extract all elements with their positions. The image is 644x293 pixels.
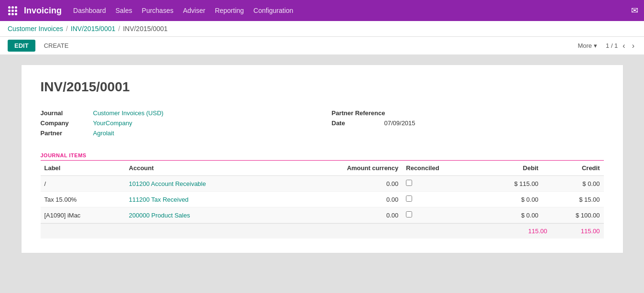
nav-links: Dashboard Sales Purchases Adviser Report…: [73, 7, 293, 14]
more-chevron-icon: ▾: [594, 42, 597, 49]
totals-row: 115.00 115.00: [41, 223, 604, 239]
breadcrumb-customer-invoices[interactable]: Customer Invoices: [8, 25, 63, 33]
invoice-title: INV/2015/0001: [41, 79, 604, 95]
col-credit: Credit: [542, 161, 603, 176]
more-label: More: [578, 42, 592, 49]
table-row: [A1090] iMac 200000 Product Sales 0.00 $…: [41, 207, 604, 223]
row-credit: $ 15.00: [542, 192, 603, 207]
journal-items-table: Label Account Amount currency Reconciled…: [41, 161, 604, 223]
nav-dashboard[interactable]: Dashboard: [73, 7, 106, 14]
nav-reporting[interactable]: Reporting: [215, 7, 244, 14]
nav-purchases[interactable]: Purchases: [142, 7, 174, 14]
table-row: Tax 15.00% 111200 Tax Received 0.00 $ 0.…: [41, 192, 604, 207]
row-amount-currency: 0.00: [288, 192, 402, 207]
nav-adviser[interactable]: Adviser: [183, 7, 206, 14]
breadcrumb-inv-link[interactable]: INV/2015/0001: [71, 25, 115, 33]
row-debit: $ 0.00: [481, 207, 542, 223]
journal-value[interactable]: Customer Invoices (USD): [93, 109, 164, 117]
more-button[interactable]: More ▾: [573, 40, 602, 52]
row-reconciled[interactable]: [402, 207, 480, 223]
row-amount-currency: 0.00: [288, 176, 402, 192]
partner-ref-label: Partner Reference: [332, 109, 385, 117]
journal-items-title: JOURNAL ITEMS: [41, 152, 604, 161]
row-account[interactable]: 111200 Tax Received: [125, 192, 288, 207]
field-partner-ref: Partner Reference: [332, 108, 604, 118]
company-value[interactable]: YourCompany: [93, 119, 132, 127]
nav-sales[interactable]: Sales: [116, 7, 132, 14]
total-credit: 115.00: [562, 228, 600, 235]
row-credit: $ 0.00: [542, 176, 603, 192]
nav-configuration[interactable]: Configuration: [253, 7, 293, 14]
field-date: Date 07/09/2015: [332, 118, 604, 128]
field-partner: Partner Agrolait: [41, 128, 313, 138]
partner-label: Partner: [41, 130, 88, 137]
total-debit: 115.00: [504, 228, 562, 235]
col-amount-currency: Amount currency: [288, 161, 402, 176]
company-label: Company: [41, 119, 88, 127]
row-reconciled[interactable]: [402, 176, 480, 192]
row-amount-currency: 0.00: [288, 207, 402, 223]
row-debit: $ 0.00: [481, 192, 542, 207]
partner-value[interactable]: Agrolait: [93, 130, 114, 137]
col-account: Account: [125, 161, 288, 176]
invoice-fields: Journal Customer Invoices (USD) Company …: [41, 108, 604, 138]
create-button[interactable]: CREATE: [39, 40, 74, 52]
col-label: Label: [41, 161, 125, 176]
date-value: 07/09/2015: [384, 119, 415, 127]
invoice-card: INV/2015/0001 Journal Customer Invoices …: [21, 65, 623, 253]
date-label: Date: [332, 119, 380, 127]
row-account[interactable]: 101200 Account Receivable: [125, 176, 288, 192]
breadcrumb-sep-1: /: [66, 25, 68, 33]
prev-page-button[interactable]: ‹: [621, 41, 627, 51]
table-header-row: Label Account Amount currency Reconciled…: [41, 161, 604, 176]
mail-icon[interactable]: ✉: [631, 5, 638, 16]
row-reconciled[interactable]: [402, 192, 480, 207]
breadcrumb-sep-2: /: [118, 25, 120, 33]
edit-button[interactable]: EDIT: [8, 40, 35, 52]
breadcrumb-bar: Customer Invoices / INV/2015/0001 / INV/…: [0, 21, 644, 37]
row-credit: $ 100.00: [542, 207, 603, 223]
pagination: 1 / 1 ‹ ›: [606, 41, 636, 51]
breadcrumb: Customer Invoices / INV/2015/0001 / INV/…: [8, 25, 636, 36]
breadcrumb-current: INV/2015/0001: [123, 25, 167, 33]
toolbar: EDIT CREATE More ▾ 1 / 1 ‹ ›: [0, 37, 644, 55]
col-debit: Debit: [481, 161, 542, 176]
top-nav: Invoicing Dashboard Sales Purchases Advi…: [0, 0, 644, 21]
row-label: Tax 15.00%: [41, 192, 125, 207]
journal-label: Journal: [41, 109, 88, 117]
field-company: Company YourCompany: [41, 118, 313, 128]
col-reconciled: Reconciled: [402, 161, 480, 176]
field-journal: Journal Customer Invoices (USD): [41, 108, 313, 118]
app-grid-icon[interactable]: [6, 4, 19, 17]
app-title: Invoicing: [24, 6, 62, 16]
main-background: INV/2015/0001 Journal Customer Invoices …: [0, 55, 644, 293]
row-label: [A1090] iMac: [41, 207, 125, 223]
table-row: / 101200 Account Receivable 0.00 $ 115.0…: [41, 176, 604, 192]
row-account[interactable]: 200000 Product Sales: [125, 207, 288, 223]
row-label: /: [41, 176, 125, 192]
row-debit: $ 115.00: [481, 176, 542, 192]
next-page-button[interactable]: ›: [630, 41, 636, 51]
page-info: 1 / 1: [606, 42, 618, 49]
